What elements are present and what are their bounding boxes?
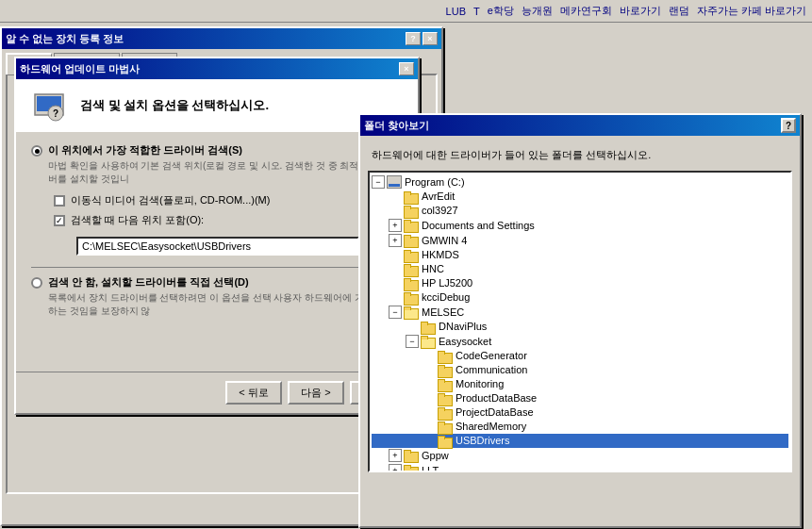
tree-item-hkmds[interactable]: HKMDS <box>372 248 788 262</box>
tree-item-label: AvrEdit <box>422 190 455 202</box>
tree-item-label: Monitoring <box>456 378 504 389</box>
expand-icon[interactable]: + <box>389 449 402 462</box>
tree-item-dnaviplus[interactable]: DNaviPlus <box>372 320 788 334</box>
path-container <box>54 233 403 259</box>
tree-item-label: MELSEC <box>422 306 464 318</box>
option1-radio[interactable] <box>31 145 42 157</box>
option2-desc: 목록에서 장치 드라이버를 선택하려면 이 옵션을 선택 사용자 하드웨어에 가… <box>48 291 403 318</box>
tree-item-sharedmemory[interactable]: SharedMemory <box>372 420 788 434</box>
tree-item-label: HP LJ5200 <box>422 277 472 289</box>
taskbar-item-meka[interactable]: 메카연구회 <box>558 4 614 18</box>
tree-item-projectdatabase[interactable]: ProjectDataBase <box>372 405 788 420</box>
expand-icon[interactable]: + <box>389 234 402 247</box>
tree-item-label: USBDrivers <box>456 435 509 446</box>
folder-icon <box>404 234 419 246</box>
tree-item-label: LLT <box>422 465 439 472</box>
folder-icon <box>421 321 436 333</box>
folder-icon <box>404 263 419 275</box>
tree-item-label: HKMDS <box>422 249 459 260</box>
taskbar-item-lub[interactable]: LUB <box>444 6 468 17</box>
folder-icon <box>404 306 419 318</box>
wizard-back-btn[interactable]: < 뒤로 <box>225 381 282 405</box>
folder-icon <box>438 378 453 390</box>
tree-item-hp_lj5200[interactable]: HP LJ5200 <box>372 276 788 290</box>
tree-item-melsec[interactable]: −MELSEC <box>372 305 788 320</box>
folder-icon <box>438 435 453 447</box>
folder-icon <box>404 205 419 217</box>
folder-dialog-title: 폴더 찾아보기 <box>364 119 429 133</box>
taskbar: LUB T e학당 능개원 메카연구회 바로가기 랜덤 자주가는 카페 바로가기 <box>0 0 812 23</box>
taskbar-item-t[interactable]: T <box>472 6 482 17</box>
taskbar-item-ehakdang[interactable]: e학당 <box>486 4 516 18</box>
checkbox2-group: 검색할 때 다음 위치 포함(O): <box>54 213 403 227</box>
option1-desc: 마법 확인을 사용하여 기본 검색 위치(로컬 경로 및 시오. 검색한 것 중… <box>48 159 403 186</box>
folder-help-btn[interactable]: ? <box>781 118 796 133</box>
tree-item-label: SharedMemory <box>456 421 526 432</box>
taskbar-nav-jaju[interactable]: 자주가는 카페 바로가기 <box>695 4 808 18</box>
tree-item-label: Easysocket <box>439 336 491 347</box>
tree-item-kccidebug[interactable]: kcciDebug <box>372 290 788 305</box>
main-dialog-title: 알 수 없는 장치 등록 정보 <box>6 32 404 46</box>
folder-description: 하드웨어에 대한 드라이버가 들어 있는 폴더를 선택하십시오. <box>360 136 800 171</box>
main-dialog-titlebar: 알 수 없는 장치 등록 정보 ? × <box>2 28 441 49</box>
tree-item-hnc[interactable]: HNC <box>372 262 788 276</box>
wizard-titlebar: 하드웨어 업데이트 마법사 × <box>16 58 418 79</box>
tree-item-label: Program (C:) <box>405 176 465 188</box>
main-dialog-help-btn[interactable]: ? <box>406 32 421 45</box>
path-input[interactable] <box>76 237 359 256</box>
wizard-close-btn[interactable]: × <box>399 62 414 75</box>
checkbox2[interactable] <box>54 215 65 226</box>
tree-item-label: col3927 <box>422 205 458 216</box>
expand-icon[interactable]: + <box>389 464 402 472</box>
tree-item-label: Gppw <box>422 450 449 461</box>
tree-item-label: CodeGenerator <box>456 350 527 361</box>
checkbox1-label: 이동식 미디어 검색(플로피, CD-ROM...)(M) <box>71 193 270 207</box>
tree-item-productdatabase[interactable]: ProductDataBase <box>372 391 788 405</box>
checkbox1[interactable] <box>54 195 65 207</box>
tree-item-label: ProjectDataBase <box>456 406 534 418</box>
option2-radio[interactable] <box>31 277 42 289</box>
tree-item-monitoring[interactable]: Monitoring <box>372 377 788 391</box>
tree-item-communication[interactable]: Communication <box>372 363 788 377</box>
main-dialog-close-btn[interactable]: × <box>423 32 438 45</box>
folder-icon <box>438 392 453 405</box>
option2-label: 검색 안 함, 설치할 드라이버를 직접 선택(D) <box>48 275 403 289</box>
folder-icon <box>404 249 419 261</box>
tree-item-col3927[interactable]: col3927 <box>372 204 788 218</box>
tree-item-program_c[interactable]: −Program (C:) <box>372 174 788 190</box>
folder-icon <box>438 406 453 419</box>
expand-icon[interactable]: − <box>389 306 402 319</box>
taskbar-item-neung[interactable]: 능개원 <box>520 4 555 18</box>
question-icon: ? <box>786 121 791 131</box>
wizard-title: 하드웨어 업데이트 마법사 <box>20 62 140 76</box>
tree-item-codegenerator[interactable]: CodeGenerator <box>372 349 788 363</box>
folder-icon <box>404 449 419 461</box>
tree-item-easysocket[interactable]: −Easysocket <box>372 334 788 349</box>
expand-icon[interactable]: − <box>406 335 419 348</box>
tree-item-label: GMWIN 4 <box>422 235 467 246</box>
tree-item-llt[interactable]: +LLT <box>372 463 788 472</box>
expand-icon[interactable]: + <box>389 219 402 232</box>
tree-item-label: kcciDebug <box>422 291 470 303</box>
folder-icon <box>404 190 419 203</box>
tree-item-docs_settings[interactable]: +Documents and Settings <box>372 218 788 233</box>
taskbar-nav-random[interactable]: 랜덤 <box>667 4 691 18</box>
tree-item-usbdrivers[interactable]: USBDrivers <box>372 434 788 448</box>
checkbox2-label: 검색할 때 다음 위치 포함(O): <box>71 213 204 227</box>
tree-item-gppw[interactable]: +Gppw <box>372 448 788 463</box>
wizard-header-text: 검색 및 설치 옵션을 선택하십시오. <box>80 97 269 114</box>
tree-item-label: Communication <box>456 364 527 375</box>
wizard-header-icon: ? <box>31 87 69 124</box>
folder-icon <box>438 421 453 433</box>
option1-row: 이 위치에서 가장 적합한 드라이버 검색(S) 마법 확인을 사용하여 기본 … <box>31 143 403 186</box>
folder-icon <box>404 464 419 472</box>
tree-item-gmwin4[interactable]: +GMWIN 4 <box>372 233 788 248</box>
wizard-next-btn[interactable]: 다음 > <box>288 381 344 405</box>
folder-icon <box>404 291 419 304</box>
folder-tree[interactable]: −Program (C:)AvrEditcol3927+Documents an… <box>368 171 792 472</box>
tree-item-label: DNaviPlus <box>439 321 487 332</box>
tree-item-avredit[interactable]: AvrEdit <box>372 190 788 204</box>
checkbox1-group: 이동식 미디어 검색(플로피, CD-ROM...)(M) <box>54 193 403 207</box>
expand-icon[interactable]: − <box>372 175 385 189</box>
taskbar-nav-barogagi[interactable]: 바로가기 <box>618 4 663 18</box>
